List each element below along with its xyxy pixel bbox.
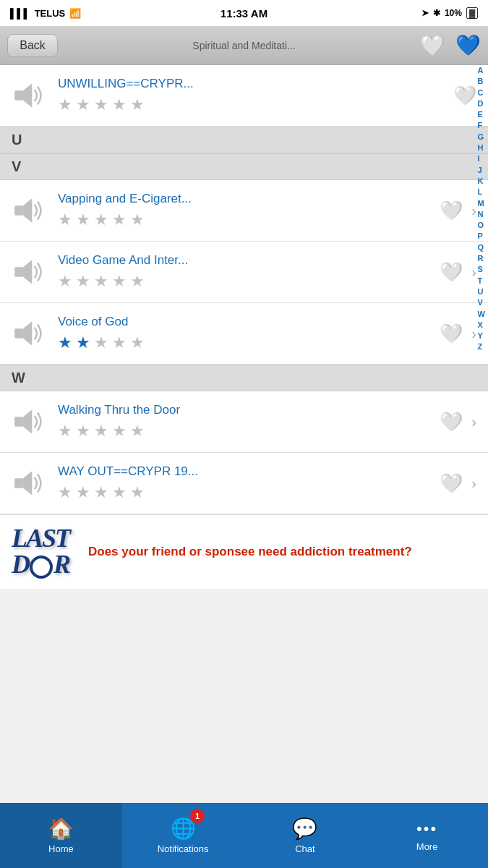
alpha-h[interactable]: H xyxy=(476,142,487,153)
alpha-s[interactable]: S xyxy=(476,264,487,274)
star-1: ★ xyxy=(58,95,72,114)
wifi-icon: 📶 xyxy=(69,8,81,19)
banner-logo: LASTDR xyxy=(12,525,77,579)
item-title-voiceofgod: Voice of God xyxy=(58,315,432,329)
star-4: ★ xyxy=(112,95,127,114)
signal-icon: ▌▌▌ xyxy=(10,8,30,19)
more-icon: ••• xyxy=(416,820,437,838)
section-header-u: U xyxy=(0,127,488,153)
alpha-e[interactable]: E xyxy=(476,109,487,119)
alpha-i[interactable]: I xyxy=(476,153,487,163)
section-header-w: W xyxy=(0,365,488,391)
list-item-unwilling[interactable]: UNWILLING==CRYPR... ★ ★ ★ ★ ★ 🤍 xyxy=(0,65,488,127)
item-content-unwilling: UNWILLING==CRYPR... ★ ★ ★ ★ ★ xyxy=(58,77,446,114)
list-item-videogame[interactable]: Video Game And Inter... ★ ★ ★ ★ ★ 🤍 › xyxy=(0,242,488,303)
carrier-label: TELUS xyxy=(35,8,66,19)
alpha-f[interactable]: F xyxy=(476,120,487,130)
content-area: UNWILLING==CRYPR... ★ ★ ★ ★ ★ 🤍 U V Vapp… xyxy=(0,65,488,803)
alpha-y[interactable]: Y xyxy=(476,331,487,341)
svg-marker-3 xyxy=(23,198,33,222)
stars-unwilling: ★ ★ ★ ★ ★ xyxy=(58,95,446,114)
item-content-videogame: Video Game And Inter... ★ ★ ★ ★ ★ xyxy=(58,253,432,291)
status-left: ▌▌▌ TELUS 📶 xyxy=(10,8,81,19)
item-actions-wayout: 🤍 › xyxy=(440,472,476,495)
svg-rect-6 xyxy=(14,328,23,338)
banner-text: Does your friend or sponsee need addicti… xyxy=(88,544,412,560)
speaker-icon xyxy=(12,80,48,111)
alphabet-sidebar: A B C D E F G H I J K L M N O P Q R S T … xyxy=(476,65,487,352)
alpha-g[interactable]: G xyxy=(476,132,487,142)
alpha-x[interactable]: X xyxy=(476,320,487,330)
svg-marker-5 xyxy=(23,260,33,284)
section-header-v: V xyxy=(0,153,488,180)
stars-vapping: ★ ★ ★ ★ ★ xyxy=(58,210,432,229)
stars-walking: ★ ★ ★ ★ ★ xyxy=(58,422,432,441)
notification-badge: 1 xyxy=(190,809,205,823)
tab-home[interactable]: 🏠 Home xyxy=(0,803,122,868)
add-favorites-icon-2[interactable]: 🤍 xyxy=(440,261,463,284)
alpha-p[interactable]: P xyxy=(476,231,487,241)
speaker-icon-wayout xyxy=(12,467,48,499)
tab-notifications-label: Notifications xyxy=(158,843,209,854)
add-to-favorites-icon[interactable]: 🤍 xyxy=(453,85,476,107)
item-title-walking: Walking Thru the Door xyxy=(58,403,432,417)
alpha-w[interactable]: W xyxy=(476,309,487,319)
item-actions-walking: 🤍 › xyxy=(440,411,476,433)
alpha-t[interactable]: T xyxy=(476,276,487,286)
alpha-b[interactable]: B xyxy=(476,76,487,86)
add-favorites-icon-3[interactable]: 🤍 xyxy=(440,323,463,345)
status-right: ➤ ✱ 10% ▓ xyxy=(421,7,478,19)
stars-wayout: ★ ★ ★ ★ ★ xyxy=(58,483,432,502)
list-item-wayout[interactable]: WAY OUT==CRYPR 19... ★ ★ ★ ★ ★ 🤍 › xyxy=(0,453,488,514)
item-actions-voiceofgod: 🤍 › xyxy=(440,323,476,345)
status-bar: ▌▌▌ TELUS 📶 11:33 AM ➤ ✱ 10% ▓ xyxy=(0,0,488,26)
alpha-j[interactable]: J xyxy=(476,165,487,175)
alpha-c[interactable]: C xyxy=(476,88,487,98)
item-title-unwilling: UNWILLING==CRYPR... xyxy=(58,77,446,91)
favorite-heart-icon[interactable]: 💙 xyxy=(455,33,481,57)
battery-label: 10% xyxy=(445,8,462,18)
tab-home-label: Home xyxy=(48,843,74,854)
list-item-voiceofgod[interactable]: Voice of God ★ ★ ★ ★ ★ 🤍 › xyxy=(0,303,488,365)
tab-chat-label: Chat xyxy=(295,843,314,854)
alpha-n[interactable]: N xyxy=(476,209,487,219)
svg-rect-8 xyxy=(14,417,23,426)
alpha-r[interactable]: R xyxy=(476,253,487,263)
item-actions-unwilling: 🤍 xyxy=(453,85,476,107)
svg-marker-7 xyxy=(23,321,33,345)
star-3: ★ xyxy=(94,95,108,114)
alpha-o[interactable]: O xyxy=(476,220,487,230)
star-2: ★ xyxy=(76,95,90,114)
list-item-vapping[interactable]: Vapping and E-Cigaret... ★ ★ ★ ★ ★ 🤍 › xyxy=(0,180,488,242)
tab-chat[interactable]: 💬 Chat xyxy=(244,803,367,868)
chat-icon: 💬 xyxy=(292,817,317,841)
alpha-k[interactable]: K xyxy=(476,176,487,186)
banner[interactable]: LASTDR Does your friend or sponsee need … xyxy=(0,514,488,589)
add-favorites-icon-5[interactable]: 🤍 xyxy=(440,472,463,495)
alpha-u[interactable]: U xyxy=(476,286,487,297)
alpha-v[interactable]: V xyxy=(476,297,487,307)
add-heart-icon[interactable]: 🤍 xyxy=(420,33,445,57)
item-content-voiceofgod: Voice of God ★ ★ ★ ★ ★ xyxy=(58,315,432,352)
back-button[interactable]: Back xyxy=(7,34,58,57)
svg-rect-0 xyxy=(14,90,23,100)
add-favorites-icon-4[interactable]: 🤍 xyxy=(440,411,463,433)
alpha-q[interactable]: Q xyxy=(476,242,487,252)
alpha-a[interactable]: A xyxy=(476,65,487,75)
alpha-m[interactable]: M xyxy=(476,198,487,208)
svg-rect-2 xyxy=(14,205,23,215)
speaker-icon-walking xyxy=(12,406,48,438)
location-icon: ➤ xyxy=(421,8,429,18)
tab-more[interactable]: ••• More xyxy=(366,803,488,868)
alpha-z[interactable]: Z xyxy=(476,341,487,352)
speaker-icon-videogame xyxy=(12,256,48,288)
speaker-icon-voiceofgod xyxy=(12,318,48,349)
alpha-d[interactable]: D xyxy=(476,98,487,109)
add-favorites-icon[interactable]: 🤍 xyxy=(440,200,463,222)
nav-title: Spiritual and Meditati... xyxy=(192,40,295,51)
tab-notifications[interactable]: 🌐 1 Notifications xyxy=(122,803,244,868)
list-item-walking[interactable]: Walking Thru the Door ★ ★ ★ ★ ★ 🤍 › xyxy=(0,391,488,453)
tab-more-label: More xyxy=(416,841,438,852)
alpha-l[interactable]: L xyxy=(476,187,487,197)
home-icon: 🏠 xyxy=(48,817,74,841)
